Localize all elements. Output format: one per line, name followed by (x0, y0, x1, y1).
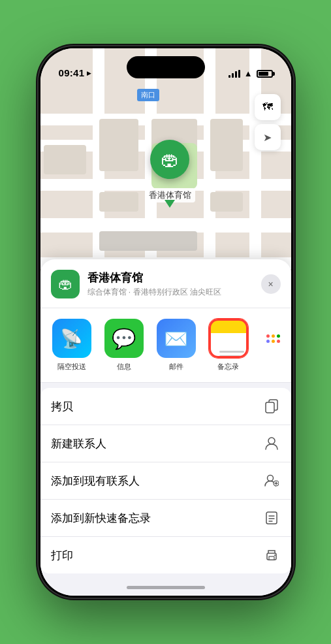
status-time: 09:41 (59, 67, 85, 78)
venue-icon: 🏟 (51, 270, 80, 298)
messages-icon: 💬 (104, 319, 144, 358)
print-icon (262, 546, 281, 564)
home-indicator (127, 586, 205, 589)
add-to-notes-icon (262, 509, 281, 527)
location-icon: ▸ (87, 69, 91, 78)
airdrop-label: 隔空投送 (57, 362, 86, 372)
share-item-messages[interactable]: 💬 信息 (101, 319, 148, 372)
action-list: 拷贝 新建联系人 (40, 388, 291, 573)
share-item-airdrop[interactable]: 📡 隔空投送 (48, 319, 95, 372)
add-to-contact-icon (262, 472, 281, 490)
map-type-button[interactable]: 🗺 (255, 94, 281, 120)
pin-circle: 🏟 (150, 140, 189, 179)
dynamic-island (127, 56, 205, 78)
action-item-add-to-notes[interactable]: 添加到新快速备忘录 (40, 500, 291, 537)
notes-line-2 (219, 355, 241, 357)
signal-bar-3 (235, 71, 237, 78)
svg-rect-7 (266, 512, 277, 524)
share-item-mail[interactable]: ✉️ 邮件 (153, 319, 200, 372)
notes-icon (209, 319, 248, 358)
notes-lines (215, 346, 242, 358)
signal-bar-1 (229, 75, 230, 78)
signal-bar-4 (238, 70, 240, 78)
copy-icon (262, 397, 281, 415)
wifi-icon: ▲ (244, 69, 253, 78)
share-item-notes[interactable]: 备忘录 (205, 319, 252, 372)
more-icon (254, 319, 291, 358)
svg-point-3 (267, 475, 273, 481)
mail-label: 邮件 (169, 362, 183, 372)
venue-header: 🏟 香港体育馆 综合体育馆 · 香港特别行政区 油尖旺区 × (40, 259, 291, 308)
venue-subtitle: 综合体育馆 · 香港特别行政区 油尖旺区 (87, 287, 253, 298)
messages-label: 信息 (117, 362, 131, 372)
share-row: 📡 隔空投送 💬 信息 ✉️ 邮件 (40, 308, 291, 383)
map-icon: 🗺 (262, 101, 273, 113)
action-copy-label: 拷贝 (51, 399, 73, 414)
action-item-new-contact[interactable]: 新建联系人 (40, 425, 291, 462)
battery-icon (257, 70, 273, 78)
svg-point-13 (274, 555, 276, 556)
bottom-sheet: 🏟 香港体育馆 综合体育馆 · 香港特别行政区 油尖旺区 × 📡 隔空投送 (40, 259, 291, 596)
location-arrow-icon: ➤ (263, 131, 272, 144)
action-add-existing-label: 添加到现有联系人 (51, 474, 140, 489)
action-add-to-notes-label: 添加到新快速备忘录 (51, 511, 151, 526)
svg-rect-1 (266, 402, 274, 413)
action-item-add-existing[interactable]: 添加到现有联系人 (40, 462, 291, 500)
signal-bars (229, 70, 240, 78)
phone-frame: 09:41 ▸ ▲ (39, 46, 293, 598)
map-controls: 🗺 ➤ (255, 94, 281, 150)
location-button[interactable]: ➤ (255, 124, 281, 150)
action-new-contact-label: 新建联系人 (51, 436, 106, 451)
action-print-label: 打印 (51, 548, 73, 563)
share-item-more[interactable] (257, 319, 290, 372)
map-label: 南口 (137, 89, 159, 101)
action-item-copy[interactable]: 拷贝 (40, 388, 291, 425)
action-item-print[interactable]: 打印 (40, 537, 291, 573)
battery-fill (259, 72, 268, 76)
venue-name: 香港体育馆 (87, 270, 253, 285)
stadium-icon: 🏟 (161, 149, 179, 170)
notes-label: 备忘录 (217, 362, 239, 372)
signal-bar-2 (232, 73, 234, 78)
svg-rect-12 (269, 556, 274, 560)
status-icons: ▲ (229, 69, 273, 78)
close-button[interactable]: × (261, 274, 281, 294)
phone-inner: 09:41 ▸ ▲ (40, 48, 291, 596)
close-icon: × (268, 279, 273, 289)
new-contact-icon (262, 434, 281, 453)
notes-line-1 (219, 351, 244, 353)
venue-info: 香港体育馆 综合体育馆 · 香港特别行政区 油尖旺区 (87, 270, 253, 298)
airdrop-icon: 📡 (52, 319, 91, 358)
location-pin: 🏟 香港体育馆 (145, 140, 195, 202)
svg-point-2 (268, 438, 275, 444)
mail-icon: ✉️ (157, 319, 196, 358)
